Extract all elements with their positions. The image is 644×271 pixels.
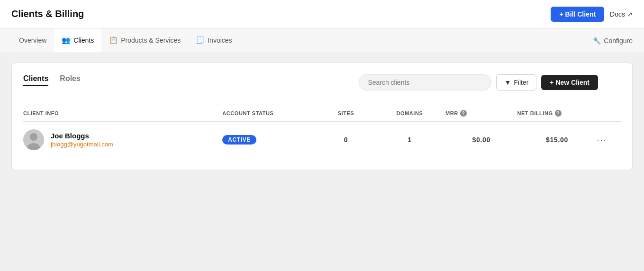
- svg-point-1: [30, 133, 37, 141]
- filter-icon: ▼: [504, 79, 511, 86]
- sites-cell: 0: [318, 136, 374, 144]
- toolbar-row: ▼ Filter + New Client: [359, 74, 598, 90]
- filter-button[interactable]: ▼ Filter: [496, 74, 536, 90]
- bill-client-button[interactable]: + Bill Client: [551, 7, 604, 22]
- clients-table: CLIENT INFO ACCOUNT STATUS SITES DOMAINS…: [23, 105, 621, 158]
- external-link-icon: ↗: [627, 10, 633, 18]
- row-actions-cell: ···: [597, 135, 621, 145]
- client-email: jblogg@yugotmail.com: [51, 141, 113, 148]
- col-header-sites: SITES: [318, 110, 374, 116]
- sub-tab-clients[interactable]: Clients: [23, 74, 48, 86]
- clients-card: Clients Roles ▼ Filter + New Client: [11, 63, 633, 170]
- configure-button[interactable]: 🔧 Configure: [593, 37, 633, 45]
- sub-tabs-row: Clients Roles ▼ Filter + New Client: [23, 74, 621, 95]
- status-badge: ACTIVE: [222, 135, 256, 145]
- client-details: Joe Bloggs jblogg@yugotmail.com: [51, 132, 113, 148]
- col-header-domains: DOMAINS: [374, 110, 445, 116]
- products-icon: 📋: [109, 36, 118, 45]
- search-input[interactable]: [359, 74, 491, 90]
- tab-clients-label: Clients: [73, 36, 94, 44]
- mrr-cell: $0.00: [445, 136, 517, 144]
- sub-tab-roles[interactable]: Roles: [60, 74, 81, 86]
- header: Clients & Billing + Bill Client Docs ↗: [0, 0, 644, 28]
- tab-invoices-label: Invoices: [208, 36, 232, 44]
- tab-bar: Overview 👥 Clients 📋 Products & Services…: [0, 28, 644, 53]
- docs-label: Docs: [610, 10, 625, 18]
- clients-icon: 👥: [62, 36, 71, 45]
- more-options-button[interactable]: ···: [597, 135, 607, 145]
- col-header-net-billing: NET BILLING ?: [517, 110, 597, 117]
- col-header-client-info: CLIENT INFO: [23, 110, 222, 116]
- tab-invoices[interactable]: 🧾 Invoices: [188, 28, 239, 53]
- net-billing-info-icon[interactable]: ?: [555, 110, 562, 117]
- search-wrapper: [359, 74, 491, 90]
- table-row: Joe Bloggs jblogg@yugotmail.com ACTIVE 0…: [23, 122, 621, 158]
- main-content: Clients Roles ▼ Filter + New Client: [0, 53, 644, 180]
- tab-products-services[interactable]: 📋 Products & Services: [101, 28, 188, 53]
- new-client-button[interactable]: + New Client: [541, 75, 598, 90]
- avatar: [23, 129, 44, 150]
- docs-button[interactable]: Docs ↗: [610, 10, 633, 18]
- tab-overview-label: Overview: [19, 36, 46, 44]
- tabs: Overview 👥 Clients 📋 Products & Services…: [11, 28, 240, 53]
- col-header-account-status: ACCOUNT STATUS: [222, 110, 318, 116]
- page-title: Clients & Billing: [11, 9, 84, 19]
- invoices-icon: 🧾: [196, 36, 205, 45]
- configure-label: Configure: [604, 37, 633, 45]
- net-billing-cell: $15.00: [517, 136, 597, 144]
- client-info-cell: Joe Bloggs jblogg@yugotmail.com: [23, 129, 222, 150]
- tab-clients[interactable]: 👥 Clients: [54, 28, 101, 53]
- mrr-info-icon[interactable]: ?: [460, 110, 467, 117]
- configure-icon: 🔧: [593, 37, 601, 45]
- filter-label: Filter: [514, 79, 528, 86]
- account-status-cell: ACTIVE: [222, 135, 318, 145]
- tab-overview[interactable]: Overview: [11, 28, 54, 53]
- table-header: CLIENT INFO ACCOUNT STATUS SITES DOMAINS…: [23, 105, 621, 122]
- sub-tabs: Clients Roles: [23, 74, 81, 86]
- header-actions: + Bill Client Docs ↗: [551, 7, 633, 22]
- col-header-mrr: MRR ?: [445, 110, 517, 117]
- tab-products-services-label: Products & Services: [121, 36, 181, 44]
- domains-cell: 1: [374, 136, 445, 144]
- client-name: Joe Bloggs: [51, 132, 113, 140]
